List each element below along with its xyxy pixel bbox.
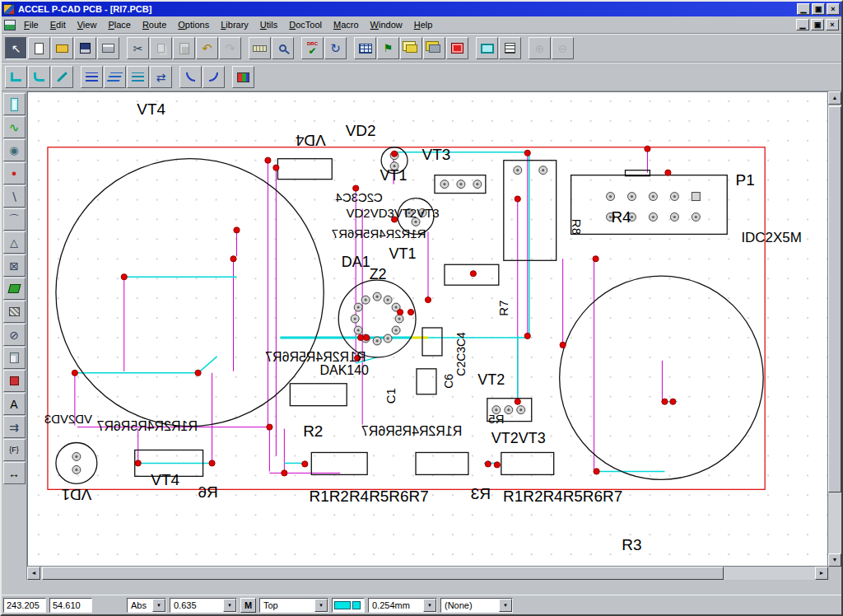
horizontal-scroll-thumb[interactable] (42, 567, 724, 580)
route-manual[interactable] (5, 66, 27, 88)
selected-pad[interactable] (234, 227, 240, 233)
new-document[interactable] (28, 37, 50, 59)
canvas-label[interactable]: VD2VD3VT2VT3 (347, 206, 440, 220)
bill-of-materials[interactable] (499, 37, 521, 59)
open-document[interactable] (51, 37, 73, 59)
place-keepout[interactable]: ⊠ (3, 254, 26, 277)
selected-pad[interactable] (485, 461, 491, 467)
selected-pad[interactable] (267, 424, 272, 430)
canvas-label[interactable]: IDC2X5M (741, 230, 801, 245)
square-pad[interactable] (692, 193, 700, 201)
canvas-label[interactable]: R3 (471, 485, 491, 502)
selected-pad[interactable] (645, 146, 650, 152)
route-miter[interactable] (51, 66, 73, 88)
menu-place[interactable]: Place (102, 17, 137, 32)
canvas-label[interactable]: C6 (442, 374, 455, 389)
place-part[interactable] (3, 93, 26, 115)
place-text[interactable]: A (3, 393, 26, 415)
canvas-label[interactable]: R7 (496, 301, 510, 316)
line-width-dropdown[interactable]: 0.254mm ▼ (368, 598, 437, 613)
arc-ccw[interactable] (179, 66, 202, 88)
horizontal-scroll-track[interactable] (40, 567, 815, 580)
place-copper-pour[interactable] (3, 301, 26, 323)
canvas-label[interactable]: VD1 (61, 486, 91, 503)
menu-help[interactable]: Help (408, 17, 439, 32)
selected-pad[interactable] (282, 470, 287, 476)
selected-pad[interactable] (408, 309, 413, 315)
selection-filter-dropdown[interactable]: (None) ▼ (440, 598, 513, 613)
child-close-button[interactable]: × (826, 19, 839, 30)
plane-layers[interactable] (423, 37, 445, 59)
place-connection[interactable]: ∿ (3, 116, 26, 138)
place-room[interactable] (3, 370, 26, 392)
records-table[interactable] (354, 37, 376, 59)
selected-pad[interactable] (302, 461, 308, 467)
canvas-label[interactable]: VD2VD3 (44, 412, 92, 426)
menu-edit[interactable]: Edit (44, 17, 72, 32)
layer-dropdown[interactable]: Top ▼ (259, 598, 328, 613)
selected-pad[interactable] (665, 170, 671, 175)
close-button[interactable]: × (827, 3, 840, 15)
zoom-window[interactable] (272, 37, 294, 59)
place-cutout[interactable]: ⊘ (3, 324, 26, 346)
selected-pad[interactable] (358, 334, 364, 340)
pcb-canvas[interactable]: VT4VD2VD4VT3VT1C2C3C4VD2VD3VT2VT3R1R2R4R… (28, 92, 827, 566)
selected-pad[interactable] (593, 256, 598, 262)
canvas-label[interactable]: R3 (622, 536, 641, 553)
select-tool[interactable]: ↖ (5, 37, 27, 59)
save-document[interactable] (74, 37, 96, 59)
selected-pad[interactable] (195, 370, 201, 376)
abs-rel-arrow-icon[interactable]: ▼ (152, 599, 165, 612)
document-icon[interactable] (4, 20, 16, 30)
canvas-label[interactable]: R2 (303, 422, 323, 440)
place-pad[interactable]: ◉ (3, 139, 26, 161)
scroll-down-icon[interactable]: ▼ (828, 553, 841, 567)
route-bus[interactable] (81, 66, 103, 88)
selection-filter-arrow-icon[interactable]: ▼ (499, 599, 512, 612)
vertical-scroll-thumb[interactable] (828, 106, 841, 492)
menu-view[interactable]: View (72, 17, 103, 32)
arc-cw[interactable] (203, 66, 225, 88)
canvas-label[interactable]: Z2 (370, 266, 387, 282)
update-connections[interactable]: ↻ (324, 37, 347, 59)
selected-pad[interactable] (494, 462, 500, 468)
zoom-out-view[interactable]: ⊖ (552, 37, 574, 59)
copy[interactable] (150, 37, 172, 59)
horizontal-scrollbar[interactable]: ◄ ► (27, 567, 828, 580)
route-multi-trace[interactable] (127, 66, 149, 88)
place-arc[interactable]: ⌒ (3, 208, 26, 231)
selected-pad[interactable] (515, 399, 520, 404)
menu-macro[interactable]: Macro (328, 17, 365, 32)
route-interactive[interactable] (28, 66, 50, 88)
menu-window[interactable]: Window (365, 17, 408, 32)
vertical-scrollbar[interactable]: ▲ ▼ (828, 91, 841, 567)
place-field[interactable]: {F} (3, 439, 26, 461)
layer-arrow-icon[interactable]: ▼ (314, 599, 328, 612)
selected-pad[interactable] (670, 399, 676, 404)
selected-pad[interactable] (209, 460, 215, 466)
canvas-label[interactable]: VT2VT3 (491, 430, 546, 446)
canvas-label[interactable]: R4 (611, 208, 631, 226)
scroll-left-icon[interactable]: ◄ (27, 567, 40, 580)
macro-record-button[interactable]: M (240, 598, 256, 613)
line-width-arrow-icon[interactable]: ▼ (423, 599, 436, 612)
canvas-label[interactable]: R1R2R4R5R6R7 (96, 419, 197, 433)
menu-file[interactable]: File (18, 17, 44, 32)
paste[interactable] (173, 37, 195, 59)
design-area[interactable]: VT4VD2VD4VT3VT1C2C3C4VD2VD3VT2VT3R1R2R4R… (27, 91, 828, 567)
redo[interactable]: ↷ (219, 37, 241, 59)
selected-pad[interactable] (135, 460, 141, 466)
layer-color-swatch[interactable] (332, 598, 365, 613)
selected-pad[interactable] (364, 334, 370, 340)
canvas-label[interactable]: DA1 (342, 254, 370, 270)
canvas-label[interactable]: R1R2R4R5R6R7 (265, 350, 366, 364)
child-restore-button[interactable]: ▣ (811, 19, 824, 30)
title-bar[interactable]: ACCEL P-CAD PCB - [RI7.PCB] ▁ ▣ × (2, 2, 841, 16)
drc-check[interactable]: DRC✔ (301, 37, 324, 59)
selected-pad[interactable] (72, 370, 77, 376)
canvas-label[interactable]: R1R2R4R5R6R7 (361, 424, 462, 438)
vertical-scroll-track[interactable] (828, 105, 841, 553)
selected-pad[interactable] (265, 157, 271, 163)
zoom-in-view[interactable]: ⊕ (529, 37, 551, 59)
selected-pad[interactable] (273, 165, 279, 170)
